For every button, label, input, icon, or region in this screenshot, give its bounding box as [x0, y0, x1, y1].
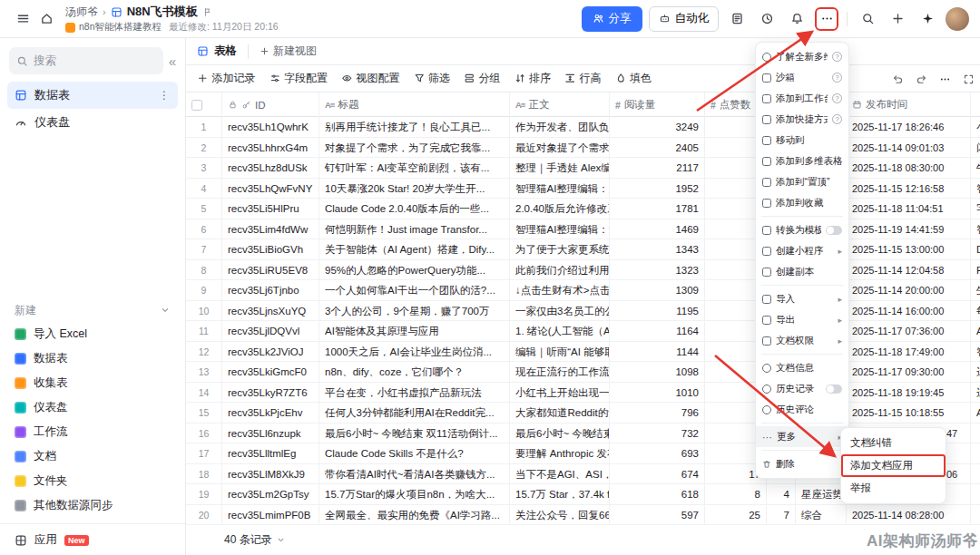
cell-id[interactable]: recv35LkiGmcF0: [222, 362, 319, 382]
menu-item-23[interactable]: 删除: [756, 453, 848, 474]
menu-item-21[interactable]: ⋯更多▸: [756, 426, 848, 447]
cell-time[interactable]: 2025-11-15 12:16:58: [847, 179, 971, 199]
item-more-icon[interactable]: ⋮: [159, 89, 171, 102]
cell-body[interactable]: 小红书上开始出现一批...: [510, 383, 610, 403]
toggle-off[interactable]: [826, 226, 842, 235]
menu-item-17[interactable]: 文档信息: [756, 357, 848, 378]
cell-views[interactable]: 1144: [610, 342, 705, 362]
cell-extra[interactable]: [971, 443, 980, 463]
select-all-checkbox[interactable]: [191, 100, 202, 111]
cell-body[interactable]: 1. 绪论(人工智能（AI）...: [510, 321, 610, 341]
toolbar-action-2[interactable]: 筛选: [414, 71, 451, 86]
cell-id[interactable]: recv35LiBioGVh: [222, 239, 319, 259]
cell-time[interactable]: 2025-11-14 12:04:58: [847, 260, 971, 280]
column-header-views[interactable]: #阅读量: [610, 92, 705, 117]
cell-time[interactable]: 2025-11-15 10:18:55: [847, 403, 971, 423]
cell-extra[interactable]: [971, 464, 980, 484]
cell-extra[interactable]: 牛: [971, 158, 980, 178]
menu-item-1[interactable]: 沙箱?: [756, 67, 848, 88]
cell-extra[interactable]: 运: [971, 362, 980, 382]
cell-title[interactable]: 钉钉叶军：AI变革空前剧烈，该有...: [319, 158, 510, 178]
home-button[interactable]: [34, 7, 58, 31]
sidebar-collapse-button[interactable]: «: [169, 54, 176, 68]
sidebar-new-item-2[interactable]: 收集表: [0, 371, 185, 395]
cell-time[interactable]: 2025-11-19 14:41:59: [847, 219, 971, 239]
cell-id[interactable]: recv35LhQwFvNY: [222, 179, 319, 199]
cell-body[interactable]: 当下不是AGI、ASI，只...: [510, 464, 610, 484]
cell-extra[interactable]: [971, 424, 980, 443]
cell-title[interactable]: 95%的人忽略的PowerQuery功能...: [319, 260, 510, 280]
cell-extra[interactable]: AI: [971, 321, 980, 341]
cell-body[interactable]: 2.0.40版后允许修改系统...: [510, 199, 610, 219]
cell-body[interactable]: 编辑｜听雨“AI 能够取代...: [510, 342, 610, 362]
cell-extra[interactable]: 运: [971, 383, 980, 403]
column-header-body[interactable]: A≡正文: [510, 92, 610, 117]
cell-title[interactable]: 15.7万Star的爆火项目n8n，为啥大...: [319, 484, 510, 504]
cell-views[interactable]: 1343: [610, 239, 705, 259]
cell-num[interactable]: 1: [186, 117, 222, 137]
cell-id[interactable]: recv35Lk2JViOJ: [222, 342, 319, 362]
cell-num[interactable]: 8: [186, 260, 222, 280]
cell-time[interactable]: 2025-11-17 07:36:00: [847, 321, 971, 341]
cell-title[interactable]: 何恺明新作！Just image Transfor...: [319, 219, 510, 239]
cell-views[interactable]: 1952: [610, 179, 705, 199]
cell-num[interactable]: 15: [186, 403, 222, 423]
cell-extra[interactable]: [971, 484, 980, 504]
cell-num[interactable]: 16: [186, 424, 222, 443]
cell-comments[interactable]: 7: [767, 505, 796, 525]
menu-item-9[interactable]: 转换为模板: [756, 219, 848, 240]
cell-extra[interactable]: 每: [971, 301, 980, 321]
sidebar-new-item-6[interactable]: 文件夹: [0, 469, 185, 493]
cell-id[interactable]: recv35LjlDQVvl: [222, 321, 319, 341]
sidebar-new-item-5[interactable]: 文档: [0, 444, 185, 469]
submenu-item-0[interactable]: 文档纠错: [841, 432, 946, 454]
cell-views[interactable]: 796: [610, 403, 705, 423]
cell-extra[interactable]: 字: [971, 199, 980, 219]
cell-category[interactable]: 星座运势: [796, 484, 847, 504]
cell-id[interactable]: recv35Li5HlPru: [222, 199, 319, 219]
menu-item-15[interactable]: 文档权限▸: [756, 330, 848, 351]
cell-views[interactable]: 732: [610, 424, 705, 443]
toolbar-action-0[interactable]: 字段配置: [270, 71, 328, 86]
cell-num[interactable]: 3: [186, 158, 222, 178]
cell-views[interactable]: 1309: [610, 280, 705, 300]
cell-time[interactable]: 2025-11-18 17:49:00: [847, 342, 971, 362]
new-view-button[interactable]: 新建视图: [260, 44, 317, 59]
cell-views[interactable]: 618: [610, 484, 705, 504]
cell-time[interactable]: 2025-11-14 09:01:03: [847, 138, 971, 158]
menu-item-14[interactable]: 导出▸: [756, 309, 848, 330]
record-count[interactable]: 40 条记录: [224, 532, 272, 548]
cell-body[interactable]: 整理｜手透娃 Alex编辑...: [510, 158, 610, 178]
cell-body[interactable]: 大家都知道Reddit的评...: [510, 403, 610, 423]
cell-id[interactable]: recv35Ll6nzupk: [222, 424, 319, 443]
cell-id[interactable]: recv35LkyR7ZT6: [222, 383, 319, 403]
cell-views[interactable]: 1469: [610, 219, 705, 239]
toggle-off[interactable]: [826, 385, 842, 394]
cell-comments[interactable]: 4: [767, 484, 796, 504]
menu-item-3[interactable]: 添加快捷方式到?: [756, 109, 848, 130]
menu-item-6[interactable]: 添加到“置顶”: [756, 171, 848, 192]
search-button[interactable]: [856, 7, 879, 31]
cell-id[interactable]: recv35LjnsXuYQ: [222, 301, 319, 321]
cell-title[interactable]: 最后6小时~ 今晚结束 双11活动倒计...: [319, 424, 510, 443]
cell-title[interactable]: 全网最全、最实用的免费《AI学习路...: [319, 505, 510, 525]
cell-time[interactable]: 2025-11-14 16:00:00: [847, 301, 971, 321]
cell-title[interactable]: 一个人如何靠AI干出一个团队的活?...: [319, 280, 510, 300]
cell-extra[interactable]: Da: [971, 239, 980, 259]
cell-num[interactable]: 17: [186, 443, 222, 463]
pin-button[interactable]: [202, 7, 212, 17]
breadcrumb-owner[interactable]: 汤师爷: [65, 5, 98, 20]
share-button[interactable]: 分享: [582, 6, 642, 32]
cell-time[interactable]: 2025-11-17 18:26:46: [847, 117, 971, 137]
avatar[interactable]: [946, 7, 969, 31]
cell-num[interactable]: 19: [186, 484, 222, 504]
cell-num[interactable]: 4: [186, 179, 222, 199]
cell-id[interactable]: recv35Lhz8dUSk: [222, 158, 319, 178]
menu-item-2[interactable]: 添加到工作台?: [756, 88, 848, 109]
cell-views[interactable]: 1164: [610, 321, 705, 341]
submenu-item-2[interactable]: 举报: [841, 477, 946, 500]
cell-extra[interactable]: 智: [971, 219, 980, 239]
sidebar-new-item-0[interactable]: 导入 Excel: [0, 322, 185, 346]
cell-num[interactable]: 5: [186, 199, 222, 219]
cell-title[interactable]: AI智能体及其原理与应用: [319, 321, 510, 341]
